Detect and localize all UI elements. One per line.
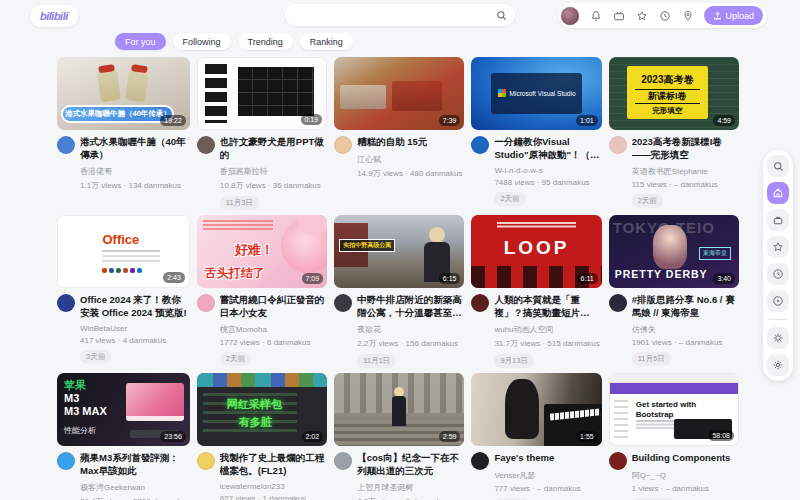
video-stats: 627 views · 1 danmakus [220, 494, 327, 500]
video-thumbnail[interactable]: Get started with Bootstrap 58:08 [609, 373, 739, 446]
video-card: LOOP 6:11 人類的本質就是「重複」？搞笑動畫短片《LOOP》 wuhu动… [471, 215, 601, 360]
uploader-avatar[interactable] [471, 452, 489, 470]
video-thumbnail[interactable]: TOKYO TEIO 東海帝皇 PRETTY DERBY 3:40 [609, 215, 739, 288]
uploader-avatar[interactable] [197, 294, 215, 312]
duration-badge: 19:22 [160, 115, 186, 126]
video-title[interactable]: 2023高考卷新課標I卷——完形填空 [632, 136, 739, 161]
uploader-name[interactable]: 番茄酱斯拉特 [220, 166, 327, 177]
uploader-name[interactable]: WinBetaUser [80, 324, 190, 333]
thumbnail-art [610, 383, 738, 394]
thumbnail-art [126, 383, 184, 421]
location-pin-icon[interactable] [681, 9, 695, 23]
video-title[interactable]: Building Components [632, 452, 739, 465]
sidebar-star-icon[interactable] [767, 236, 789, 258]
video-thumbnail[interactable]: Microsoft Visual Studio 1:01 [471, 57, 601, 130]
tab-ranking[interactable]: Ranking [300, 33, 353, 50]
uploader-name[interactable]: 仿佛失 [632, 324, 739, 335]
tab-trending[interactable]: Trending [238, 33, 293, 50]
uploader-avatar[interactable] [334, 136, 352, 154]
video-title[interactable]: #排版思路分享 No.6 / 賽馬娘 // 東海帝皇 [632, 294, 739, 319]
video-title[interactable]: Faye's theme [494, 452, 601, 465]
uploader-name[interactable]: 上智月球圣诞树 [357, 482, 464, 493]
video-title[interactable]: 一分鐘教你Visual Studio"原神啟動"！（適用於Blend） [494, 136, 601, 161]
uploader-name[interactable]: W-i-n-d-o-w-s [494, 166, 601, 175]
video-thumbnail[interactable]: 1:55 [471, 373, 601, 446]
video-card: Microsoft Visual Studio 1:01 一分鐘教你Visual… [471, 57, 601, 202]
duration-badge: 6:11 [577, 273, 598, 284]
video-thumbnail[interactable]: 好难！ 舌头打结了 7:09 [197, 215, 327, 288]
video-thumbnail[interactable]: 实拍中野高级公寓 6:15 [334, 215, 464, 288]
tab-for-you[interactable]: For you [115, 33, 166, 50]
windows-logo-icon [498, 89, 506, 97]
uploader-avatar[interactable] [471, 294, 489, 312]
sidebar-history-icon[interactable] [767, 263, 789, 285]
video-title[interactable]: 蘋果M3系列首發評測：Max早該如此 [80, 452, 190, 477]
bell-icon[interactable] [589, 9, 603, 23]
uploader-avatar[interactable] [197, 452, 215, 470]
uploader-avatar[interactable] [334, 294, 352, 312]
thumbnail-art: Microsoft Visual Studio [491, 73, 582, 114]
video-thumbnail[interactable]: 苹果 M3 M3 MAX 性能分析 23:56 [57, 373, 190, 446]
favorites-star-icon[interactable] [635, 9, 649, 23]
video-title[interactable]: 嘗試用繞口令糾正發音的日本小女友 [220, 294, 327, 319]
tab-following[interactable]: Following [173, 33, 231, 50]
thumbnail-text: PRETTY DERBY [615, 268, 708, 280]
sidebar-home-icon[interactable] [767, 182, 789, 204]
upload-button[interactable]: Upload [704, 6, 763, 25]
video-thumbnail[interactable]: 7:39 [334, 57, 464, 130]
video-title[interactable]: Office 2024 来了！教你安装 Office 2024 预览版! [80, 294, 190, 319]
sidebar-search-icon[interactable] [767, 155, 789, 177]
history-clock-icon[interactable] [658, 9, 672, 23]
video-title[interactable]: 【cos向】纪念一下在不列颠出道的三次元 [357, 452, 464, 477]
uploader-name[interactable]: 江心赋 [357, 154, 464, 165]
uploader-name[interactable]: 阿Q~_~Q [632, 470, 739, 481]
video-thumbnail[interactable]: 网红采样包 有多脏 2:02 [197, 373, 327, 446]
thumbnail-art [203, 220, 273, 222]
thumbnail-text: 新课标I卷 [635, 89, 700, 104]
uploader-avatar[interactable] [471, 136, 489, 154]
uploader-avatar[interactable] [609, 136, 627, 154]
uploader-name[interactable]: 英语教书匠Stephanie [632, 166, 739, 177]
uploader-avatar[interactable] [609, 452, 627, 470]
video-thumbnail[interactable]: 港式水果咖喱牛腩（40年传承） 19:22 [57, 57, 190, 130]
sidebar-feedback-icon[interactable] [767, 290, 789, 312]
video-title[interactable]: 我製作了史上最爛的工程檔案包。(FL21) [220, 452, 327, 477]
video-title[interactable]: 糟糕的自助 15元 [357, 136, 464, 149]
sidebar-archive-icon[interactable] [767, 209, 789, 231]
video-title[interactable]: 人類的本質就是「重複」？搞笑動畫短片《LOOP》 [494, 294, 601, 319]
video-thumbnail[interactable]: Office 2:43 [57, 215, 190, 288]
video-title[interactable]: 中野牛排店附近的新築高階公寓，十分溫馨甚至九分乾淨 [357, 294, 464, 319]
uploader-avatar[interactable] [334, 452, 352, 470]
bilibili-tv-icon[interactable] [612, 9, 626, 23]
video-thumbnail[interactable]: 2:59 [334, 373, 464, 446]
video-thumbnail[interactable]: 2023高考卷 新课标I卷 完形填空 4:59 [609, 57, 739, 130]
user-avatar[interactable] [560, 6, 580, 26]
video-thumbnail[interactable]: 0:19 [197, 57, 327, 130]
duration-badge: 6:15 [439, 273, 461, 284]
header-actions: Upload [558, 3, 767, 28]
uploader-name[interactable]: 夜欲花 [357, 324, 464, 335]
uploader-avatar[interactable] [57, 294, 75, 312]
video-thumbnail[interactable]: LOOP 6:11 [471, 215, 601, 288]
search-input[interactable] [293, 10, 496, 20]
upload-arrow-icon [713, 11, 722, 20]
thumbnail-art [197, 373, 327, 387]
uploader-name[interactable]: wuhu动画人空间 [494, 324, 601, 335]
uploader-name[interactable]: 桃宫Momoha [220, 324, 327, 335]
uploader-name[interactable]: Venser凡瑟 [494, 470, 601, 481]
uploader-avatar[interactable] [197, 136, 215, 154]
sidebar-theme-icon[interactable] [767, 327, 789, 349]
uploader-avatar[interactable] [609, 294, 627, 312]
bilibili-logo[interactable]: bilibili [30, 5, 78, 27]
uploader-name[interactable]: 香港佬哥 [80, 166, 190, 177]
search-bar[interactable] [285, 4, 515, 26]
uploader-name[interactable]: icewatermelon233 [220, 482, 327, 491]
uploader-avatar[interactable] [57, 452, 75, 470]
video-title[interactable]: 港式水果咖喱牛腩（40年傳承） [80, 136, 190, 161]
uploader-name[interactable]: 极客湾Geekerwan [80, 482, 190, 493]
search-icon[interactable] [496, 10, 507, 21]
uploader-avatar[interactable] [57, 136, 75, 154]
sidebar-settings-icon[interactable] [767, 354, 789, 376]
video-title[interactable]: 也許文豪野犬是用PPT做的 [220, 136, 327, 161]
video-card: Get started with Bootstrap 58:08 Buildin… [609, 373, 739, 500]
